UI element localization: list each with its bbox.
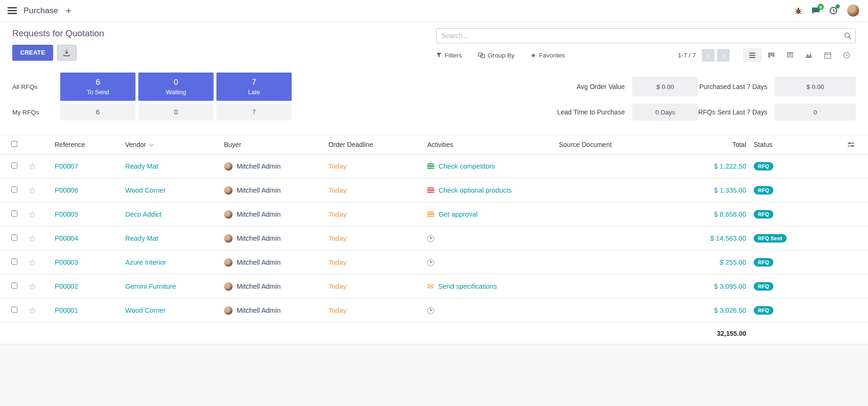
export-button[interactable] bbox=[57, 45, 77, 61]
my-to-send[interactable]: 6 bbox=[60, 104, 135, 121]
vendor-link[interactable]: Wood Corner bbox=[125, 307, 224, 314]
table-row[interactable]: ☆ P00007 Ready Mat Mitchell Admin Today … bbox=[0, 154, 868, 179]
kanban-view-button[interactable] bbox=[762, 48, 780, 62]
pager-next-button[interactable]: › bbox=[717, 49, 730, 62]
kpi-waiting[interactable]: 0 Waiting bbox=[138, 73, 214, 101]
buyer-cell: Mitchell Admin bbox=[224, 210, 328, 219]
user-avatar[interactable] bbox=[847, 4, 860, 17]
activity-type-icon[interactable] bbox=[427, 259, 434, 266]
favorite-star-icon[interactable]: ☆ bbox=[28, 234, 36, 244]
pivot-view-button[interactable] bbox=[780, 48, 799, 62]
select-all-checkbox[interactable] bbox=[11, 141, 17, 147]
activity-label[interactable]: Check optional products bbox=[438, 187, 512, 194]
reference-link[interactable]: P00004 bbox=[55, 235, 125, 242]
messages-icon[interactable]: 5 bbox=[812, 7, 820, 15]
favorite-star-icon[interactable]: ☆ bbox=[28, 258, 36, 268]
table-row[interactable]: ☆ P00003 Azure Interior Mitchell Admin T… bbox=[0, 251, 868, 275]
activity-label[interactable]: Send specifications bbox=[438, 283, 497, 290]
vendor-link[interactable]: Ready Mat bbox=[125, 162, 224, 170]
activity-label[interactable]: Get approval bbox=[438, 211, 478, 218]
calendar-view-button[interactable] bbox=[818, 48, 837, 62]
group-by-button[interactable]: Group By bbox=[478, 52, 515, 59]
filters-button[interactable]: Filters bbox=[436, 52, 462, 59]
column-header-total[interactable]: Total bbox=[672, 141, 747, 148]
table-row[interactable]: ☆ P00005 Deco Addict Mitchell Admin Toda… bbox=[0, 203, 868, 227]
reference-link[interactable]: P00002 bbox=[55, 283, 125, 290]
search-icon[interactable] bbox=[844, 32, 852, 40]
favorite-star-icon[interactable]: ☆ bbox=[28, 186, 36, 195]
plus-icon[interactable]: + bbox=[65, 6, 71, 16]
favorites-button[interactable]: ★ Favorites bbox=[531, 52, 565, 59]
search-input[interactable] bbox=[438, 29, 844, 43]
table-row[interactable]: ☆ P00006 Wood Corner Mitchell Admin Toda… bbox=[0, 179, 868, 203]
row-checkbox-cell bbox=[8, 259, 28, 266]
bug-icon[interactable] bbox=[795, 7, 802, 15]
column-header-buyer[interactable]: Buyer bbox=[224, 141, 328, 148]
favorite-star-icon[interactable]: ☆ bbox=[28, 210, 36, 219]
table-row[interactable]: ☆ P00004 Ready Mat Mitchell Admin Today … bbox=[0, 227, 868, 251]
column-header-status[interactable]: Status bbox=[747, 141, 808, 148]
stat-label: RFQs Sent Last 7 Days bbox=[698, 108, 775, 116]
column-header-order-deadline[interactable]: Order Deadline bbox=[328, 141, 427, 148]
reference-link[interactable]: P00003 bbox=[55, 259, 125, 266]
row-checkbox[interactable] bbox=[11, 235, 17, 241]
vendor-header-label: Vendor bbox=[125, 141, 146, 148]
activities-cell: Check competitors bbox=[427, 162, 559, 170]
activities-clock-icon[interactable] bbox=[829, 7, 837, 15]
odoo-purchase-page: Purchase + 5 Requests for Quotation CREA… bbox=[0, 0, 868, 406]
favorite-star-icon[interactable]: ☆ bbox=[28, 306, 36, 316]
activity-label[interactable]: Check competitors bbox=[438, 162, 495, 170]
reference-link[interactable]: P00005 bbox=[55, 211, 125, 218]
total-amount: $ 1,222.50 bbox=[672, 162, 747, 170]
column-header-vendor[interactable]: Vendor bbox=[125, 141, 224, 148]
stat-label: Purchased Last 7 Days bbox=[698, 83, 775, 90]
table-row[interactable]: ☆ P00001 Wood Corner Mitchell Admin Toda… bbox=[0, 299, 868, 323]
row-checkbox-cell bbox=[8, 211, 28, 218]
activity-view-button[interactable] bbox=[837, 48, 856, 62]
my-waiting[interactable]: 0 bbox=[138, 104, 214, 121]
vendor-link[interactable]: Gemini Furniture bbox=[125, 283, 224, 290]
optional-columns-icon[interactable] bbox=[847, 141, 860, 148]
row-checkbox[interactable] bbox=[11, 162, 17, 169]
column-header-activities[interactable]: Activities bbox=[427, 141, 559, 148]
status-badge: RFQ bbox=[754, 282, 773, 291]
vendor-link[interactable]: Wood Corner bbox=[125, 187, 224, 194]
sort-chevron-down-icon bbox=[149, 142, 154, 146]
favorites-star-icon: ★ bbox=[531, 52, 536, 59]
vendor-link[interactable]: Deco Addict bbox=[125, 211, 224, 218]
row-checkbox[interactable] bbox=[11, 283, 17, 289]
activity-type-icon[interactable] bbox=[427, 283, 434, 291]
favorite-star-icon[interactable]: ☆ bbox=[28, 282, 36, 292]
list-view-button[interactable] bbox=[743, 48, 762, 62]
buyer-cell: Mitchell Admin bbox=[224, 186, 328, 195]
row-checkbox[interactable] bbox=[11, 187, 17, 193]
row-checkbox[interactable] bbox=[11, 211, 17, 217]
my-late[interactable]: 7 bbox=[216, 104, 292, 121]
vendor-link[interactable]: Ready Mat bbox=[125, 235, 224, 242]
column-header-source-document[interactable]: Source Document bbox=[559, 141, 672, 148]
row-checkbox[interactable] bbox=[11, 259, 17, 265]
favorite-star-icon[interactable]: ☆ bbox=[28, 162, 36, 171]
kpi-to-send[interactable]: 6 To Send bbox=[60, 73, 135, 101]
kpi-late[interactable]: 7 Late bbox=[216, 73, 292, 101]
table-row[interactable]: ☆ P00002 Gemini Furniture Mitchell Admin… bbox=[0, 275, 868, 299]
app-name[interactable]: Purchase bbox=[24, 6, 58, 16]
activity-type-icon[interactable] bbox=[427, 163, 434, 170]
activity-type-icon[interactable] bbox=[427, 187, 434, 194]
column-header-reference[interactable]: Reference bbox=[55, 141, 125, 148]
activity-type-icon[interactable] bbox=[427, 235, 434, 242]
status-badge: RFQ bbox=[754, 210, 773, 219]
pager-range: 1-7 / 7 bbox=[678, 52, 696, 59]
kpi-count: 6 bbox=[96, 78, 100, 87]
apps-menu-icon[interactable] bbox=[8, 7, 17, 14]
pager-previous-button[interactable]: ‹ bbox=[702, 49, 715, 62]
reference-link[interactable]: P00006 bbox=[55, 187, 125, 194]
create-button[interactable]: CREATE bbox=[12, 45, 53, 61]
activity-type-icon[interactable] bbox=[427, 307, 434, 314]
graph-view-button[interactable] bbox=[799, 48, 818, 62]
reference-link[interactable]: P00007 bbox=[55, 162, 125, 170]
reference-link[interactable]: P00001 bbox=[55, 307, 125, 314]
row-checkbox[interactable] bbox=[11, 307, 17, 313]
activity-type-icon[interactable] bbox=[427, 211, 434, 218]
vendor-link[interactable]: Azure Interior bbox=[125, 259, 224, 266]
